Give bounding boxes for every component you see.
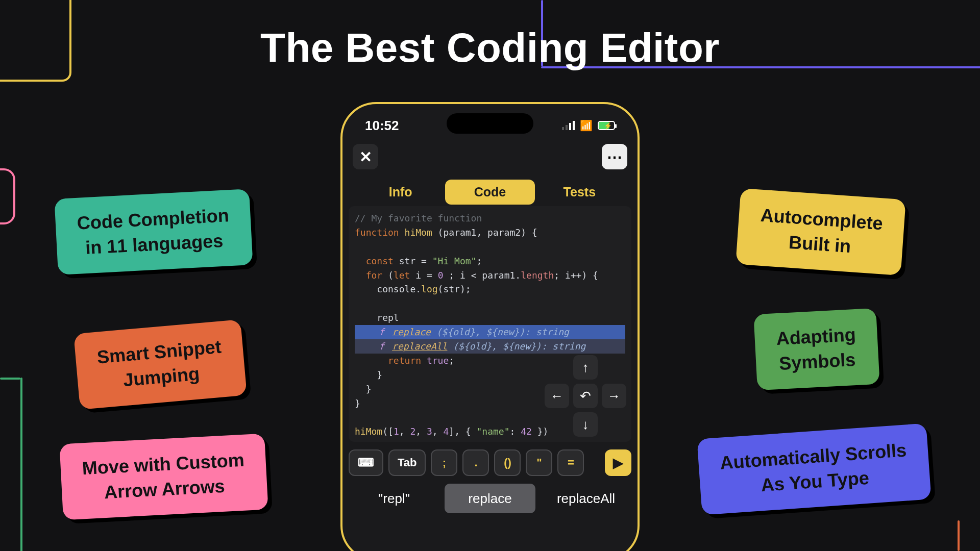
status-time: 10:52	[365, 118, 399, 134]
ac-name: replace	[392, 327, 431, 337]
obj-key: "name"	[477, 426, 510, 437]
page-title: The Best Coding Editor	[0, 24, 980, 71]
call-mid: ], {	[449, 426, 476, 437]
code-comment: // My favorite function	[355, 213, 482, 223]
suggestion-replaceall[interactable]: replaceAll	[541, 484, 631, 513]
more-icon: ⋯	[607, 148, 622, 166]
call-fn: hiMom	[355, 426, 382, 437]
fn-name: hiMom	[405, 227, 432, 238]
battery-icon: ⚡	[598, 121, 615, 130]
arrow-pad: ↑ ← ↶ → ↓	[545, 355, 626, 437]
status-bar: 10:52 📶 ⚡	[342, 115, 638, 136]
num-zero: 0	[438, 270, 444, 281]
decor-green-horizontal	[0, 378, 20, 380]
fn-params: (param1, param2) {	[438, 227, 537, 238]
callout-arrow-keys: Move with Custom Arrow Arrows	[59, 434, 268, 520]
arrow-down-button[interactable]: ↓	[573, 412, 598, 437]
suggestion-replace[interactable]: replace	[445, 484, 535, 513]
op-semi: ;	[476, 256, 482, 266]
prop-length: length	[521, 270, 554, 281]
obj-console: console	[377, 284, 415, 294]
callout-code-completion: Code Completion in 11 languages	[54, 189, 253, 275]
suggestion-repl[interactable]: "repl"	[349, 484, 439, 513]
string-literal: "Hi Mom"	[432, 256, 477, 266]
close-icon: ✕	[359, 148, 372, 166]
brace-close: }	[355, 398, 360, 409]
symbol-row: ⌨ Tab ; . () " = ▶	[349, 448, 631, 478]
phone-frame: 10:52 📶 ⚡ ✕ ⋯ Info Code Tests // My favo…	[340, 102, 640, 551]
run-button[interactable]: ▶	[605, 449, 631, 476]
close-button[interactable]: ✕	[353, 144, 378, 169]
parens-key[interactable]: ()	[494, 449, 521, 476]
colon: :	[510, 426, 521, 437]
ac-kind-icon: f	[377, 327, 386, 337]
obj-val: 42	[521, 426, 532, 437]
num-4: 4	[443, 426, 449, 437]
kw-let: let	[394, 270, 410, 281]
ac-kind-icon: f	[377, 341, 386, 352]
ac-signature: (${old}, ${new}): string	[453, 341, 585, 352]
fn-log: log	[421, 284, 438, 294]
cellular-icon	[562, 121, 575, 130]
var-name: str	[399, 256, 416, 266]
tab-info[interactable]: Info	[356, 180, 445, 205]
typed-prefix: repl	[377, 312, 399, 323]
for-cond: ; i < param1.	[449, 270, 521, 281]
callout-adapting-symbols: Adapting Symbols	[753, 308, 879, 391]
wifi-icon: 📶	[580, 119, 593, 132]
kw-return: return	[388, 355, 421, 366]
var-i: i	[415, 270, 421, 281]
op-semi2: ;	[449, 355, 454, 366]
for-inc: ; i++) {	[554, 270, 598, 281]
quote-key[interactable]: "	[526, 449, 552, 476]
op-eq: =	[421, 256, 427, 266]
tab-code[interactable]: Code	[445, 180, 534, 205]
num-2: 2	[410, 426, 415, 437]
undo-button[interactable]: ↶	[573, 384, 598, 408]
decor-orange-stub	[958, 520, 960, 551]
kw-function: function	[355, 227, 399, 238]
tab-tests[interactable]: Tests	[535, 180, 624, 205]
keyboard-suggestions: "repl" replace replaceAll	[349, 484, 631, 513]
autocomplete-item-replaceall[interactable]: f replaceAll (${old}, ${new}): string	[355, 339, 625, 354]
kw-true: true	[427, 355, 449, 366]
callout-smart-snippet: Smart Snippet Jumping	[74, 319, 247, 410]
num-1: 1	[394, 426, 399, 437]
tab-bar: Info Code Tests	[353, 177, 627, 208]
more-button[interactable]: ⋯	[602, 144, 627, 169]
ac-signature: (${old}, ${new}): string	[436, 327, 569, 337]
num-3: 3	[427, 426, 432, 437]
tab-key[interactable]: Tab	[388, 449, 426, 476]
brace-close: }	[377, 369, 382, 380]
decor-pink-tab	[0, 168, 15, 224]
arrow-right-button[interactable]: →	[602, 384, 626, 408]
kw-for: for	[366, 270, 383, 281]
equals-key[interactable]: =	[557, 449, 584, 476]
callout-autocomplete: Autocomplete Built in	[736, 188, 906, 276]
keyboard-toggle-button[interactable]: ⌨	[349, 449, 383, 476]
arrow-up-button[interactable]: ↑	[573, 355, 598, 380]
kw-const: const	[366, 256, 394, 266]
callout-auto-scroll: Automatically Scrolls As You Type	[697, 423, 931, 515]
brace-close: }	[366, 384, 372, 394]
arrow-left-button[interactable]: ←	[545, 384, 569, 408]
autocomplete-item-replace[interactable]: f replace (${old}, ${new}): string	[355, 325, 625, 339]
call-open: ([	[382, 426, 394, 437]
dot-key[interactable]: .	[462, 449, 489, 476]
semicolon-key[interactable]: ;	[431, 449, 457, 476]
ac-name: replaceAll	[392, 341, 447, 352]
decor-green-vertical	[20, 378, 22, 551]
log-args: (str);	[438, 284, 471, 294]
op-dot: .	[415, 284, 421, 294]
